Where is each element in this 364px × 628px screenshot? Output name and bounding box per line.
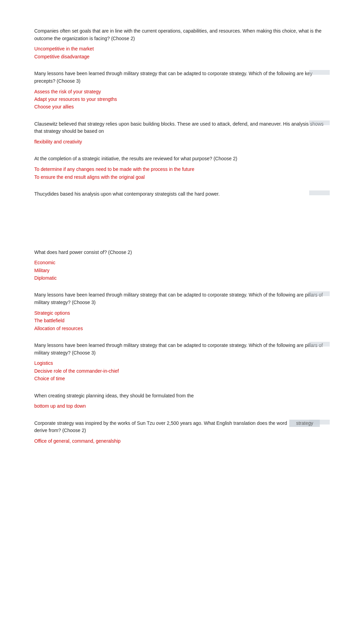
question-text-8: Many lessons have been learned through m… [34,342,330,357]
answer-6-1: Economic [34,259,330,266]
question-block-7: Many lessons have been learned through m… [34,291,330,332]
spacer-after-q5 [34,208,330,249]
inline-highlight-word: strategy [289,420,320,427]
question-text-6: What does hard power consist of? (Choose… [34,249,330,256]
answer-2-3: Choose your allies [34,103,330,111]
answers-6: Economic Military Diplomatic [34,259,330,282]
highlight-decoration-2 [309,70,330,75]
answers-7: Strategic options The battlefield Alloca… [34,309,330,332]
answers-3: flexibility and creativity [34,138,330,146]
question-text-1: Companies often set goals that are in li… [34,27,330,42]
answer-8-3: Choice of time [34,375,330,382]
question-block-6: What does hard power consist of? (Choose… [34,249,330,282]
answer-4-2: To ensure the end result aligns with the… [34,173,330,181]
answer-7-3: Allocation of resources [34,325,330,332]
answers-2: Assess the risk of your strategy Adapt y… [34,88,330,111]
question-text-9: When creating strategic planning ideas, … [34,392,330,400]
answer-6-3: Diplomatic [34,274,330,282]
question-text-3: Clausewitz believed that strategy relies… [34,120,330,135]
question-text-10-part1: Corporate strategy was inspired by the w… [34,420,287,426]
question-block-4: At the completion of a strategic initiat… [34,155,330,181]
question-text-7: Many lessons have been learned through m… [34,291,330,306]
answer-8-1: Logistics [34,359,330,367]
answers-8: Logistics Decisive role of the commander… [34,359,330,382]
highlight-decoration-3 [309,120,330,125]
question-block-1: Companies often set goals that are in li… [34,27,330,60]
answer-7-1: Strategic options [34,309,330,317]
highlight-decoration-5 [309,190,330,195]
question-block-5: Thucydides based his analysis upon what … [34,190,330,198]
answer-3-1: flexibility and creativity [34,138,330,146]
answer-9-1: bottom up and top down [34,402,330,410]
answers-1: Uncompetitive in the market Competitive … [34,45,330,60]
question-block-10: Corporate strategy was inspired by the w… [34,420,330,445]
answer-8-2: Decisive role of the commander-in-chief [34,367,330,375]
answers-9: bottom up and top down [34,402,330,410]
question-text-2: Many lessons have been learned through m… [34,70,330,85]
answer-6-2: Military [34,267,330,274]
answer-2-2: Adapt your resources to your strengths [34,95,330,103]
question-block-2: Many lessons have been learned through m… [34,70,330,111]
question-block-3: Clausewitz believed that strategy relies… [34,120,330,146]
question-text-5: Thucydides based his analysis upon what … [34,190,330,198]
question-text-4: At the completion of a strategic initiat… [34,155,330,163]
highlight-decoration-8 [309,342,330,347]
question-block-8: Many lessons have been learned through m… [34,342,330,383]
question-block-9: When creating strategic planning ideas, … [34,392,330,410]
answer-7-2: The battlefield [34,317,330,324]
answer-2-1: Assess the risk of your strategy [34,88,330,95]
question-text-10-part2: derive from? (Choose 2) [34,428,86,433]
answer-4-1: To determine if any changes need to be m… [34,165,330,173]
answers-4: To determine if any changes need to be m… [34,165,330,181]
answer-1-1: Uncompetitive in the market [34,45,330,53]
answer-1-2: Competitive disadvantage [34,53,330,60]
answer-10-1: Office of general, command, generalship [34,437,330,445]
answers-10: Office of general, command, generalship [34,437,330,445]
highlight-decoration-7 [309,291,330,296]
question-text-10: Corporate strategy was inspired by the w… [34,420,330,434]
